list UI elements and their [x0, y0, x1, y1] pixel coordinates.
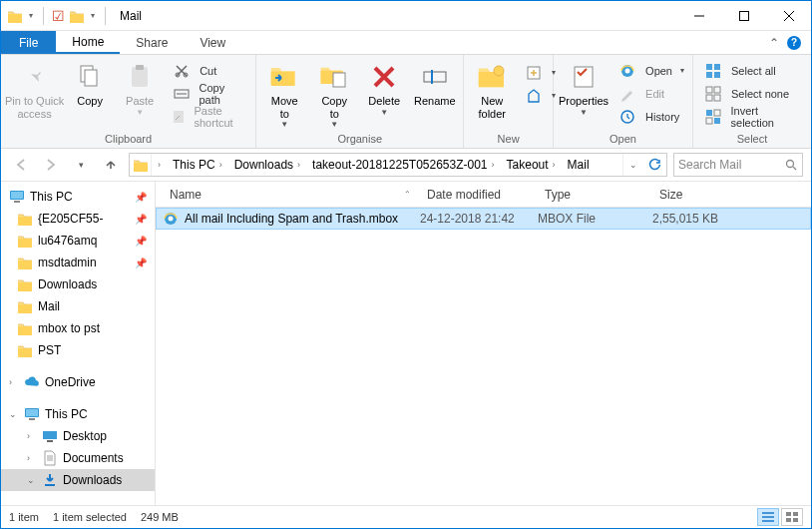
properties-qat-icon[interactable]: ☑	[52, 9, 65, 23]
select-all-button[interactable]: Select all	[697, 61, 807, 81]
view-details-button[interactable]	[757, 508, 779, 526]
copy-path-button[interactable]: Copy path	[166, 84, 251, 104]
crumb-mail[interactable]: Mail	[562, 154, 596, 176]
properties-button[interactable]: Properties ▼	[558, 57, 609, 119]
collapse-icon[interactable]: ⌄	[9, 409, 19, 419]
cut-button[interactable]: Cut	[166, 61, 251, 81]
group-clipboard: Pin to Quick access Copy Paste ▼ Cut	[1, 55, 256, 148]
home-tab[interactable]: Home	[56, 31, 120, 54]
view-large-icons-button[interactable]	[781, 508, 803, 526]
qat-customize-caret-icon[interactable]: ▾	[89, 11, 97, 20]
history-button[interactable]: History	[611, 107, 688, 127]
sort-asc-icon: ⌃	[404, 190, 411, 199]
tree-downloads-selected[interactable]: ⌄ Downloads	[1, 469, 155, 491]
file-rows[interactable]: All mail Including Spam and Trash.mbox24…	[156, 208, 811, 505]
search-icon	[785, 159, 797, 171]
copy-to-icon	[318, 61, 350, 93]
new-folder-button[interactable]: New folder	[468, 57, 516, 122]
file-name: All mail Including Spam and Trash.mbox	[185, 212, 398, 226]
tree-item[interactable]: msdtadmin📌	[1, 252, 155, 273]
nav-back-button[interactable]	[9, 153, 33, 177]
crumb-takeout-zip[interactable]: takeout-20181225T052653Z-001›	[306, 154, 500, 176]
file-tab[interactable]: File	[1, 31, 56, 54]
close-button[interactable]	[766, 1, 811, 30]
pin-to-quick-access-button[interactable]: Pin to Quick access	[5, 57, 64, 122]
status-selected-size: 249 MB	[141, 511, 179, 523]
monitor-icon	[24, 406, 40, 422]
column-type[interactable]: Type	[537, 188, 651, 202]
window-controls	[676, 1, 811, 30]
folder-icon	[17, 320, 33, 336]
group-label-open: Open	[558, 131, 688, 148]
collapse-icon[interactable]: ⌄	[27, 475, 37, 485]
delete-button[interactable]: Delete ▼	[360, 57, 408, 119]
tree-desktop[interactable]: › Desktop	[1, 425, 155, 447]
nav-recent-button[interactable]: ▾	[69, 153, 93, 177]
svg-rect-29	[714, 95, 720, 101]
svg-rect-16	[333, 73, 345, 87]
svg-rect-28	[706, 95, 712, 101]
open-button[interactable]: Open▾	[611, 61, 688, 81]
expand-icon[interactable]: ›	[27, 431, 37, 441]
tree-item[interactable]: {E205CF55-📌	[1, 208, 155, 230]
svg-rect-23	[714, 64, 720, 70]
expand-icon[interactable]: ›	[9, 377, 19, 387]
select-none-button[interactable]: Select none	[697, 84, 807, 104]
svg-rect-25	[714, 72, 720, 78]
crumb-this-pc[interactable]: This PC›	[167, 154, 228, 176]
tree-documents[interactable]: › Documents	[1, 447, 155, 469]
help-icon[interactable]: ?	[787, 36, 801, 50]
tree-item[interactable]: mbox to pst	[1, 317, 155, 339]
breadcrumb-dropdown-button[interactable]: ⌄	[622, 154, 642, 176]
minimize-button[interactable]	[676, 1, 721, 30]
group-label-organise: Organise	[260, 131, 459, 148]
qat-divider	[43, 7, 44, 25]
content-split: This PC 📌 {E205CF55-📌lu6476amq📌msdtadmin…	[1, 182, 811, 505]
pin-icon: 📌	[135, 258, 147, 268]
column-date[interactable]: Date modified	[419, 188, 537, 202]
view-tab[interactable]: View	[184, 31, 241, 54]
copy-to-button[interactable]: Copy to ▼	[310, 57, 358, 131]
crumb-takeout[interactable]: Takeout›	[501, 154, 562, 176]
tree-this-pc[interactable]: ⌄ This PC	[1, 403, 155, 425]
tree-item[interactable]: PST	[1, 339, 155, 361]
nav-forward-button[interactable]	[39, 153, 63, 177]
breadcrumb[interactable]: › This PC› Downloads› takeout-20181225T0…	[129, 153, 667, 177]
crumb-sep-root[interactable]: ›	[152, 154, 167, 176]
tree-item[interactable]: Mail	[1, 295, 155, 317]
move-to-button[interactable]: Move to ▼	[260, 57, 308, 131]
invert-selection-button[interactable]: Invert selection	[697, 107, 807, 127]
column-size[interactable]: Size	[651, 188, 811, 202]
tree-onedrive[interactable]: › OneDrive	[1, 371, 155, 393]
new-folder-qat-icon[interactable]	[69, 9, 85, 23]
expand-icon[interactable]: ›	[27, 453, 37, 463]
svg-rect-24	[706, 72, 712, 78]
share-tab[interactable]: Share	[120, 31, 184, 54]
select-all-icon	[701, 59, 725, 83]
svg-rect-27	[714, 87, 720, 93]
rename-button[interactable]: Rename	[410, 57, 459, 110]
ribbon: Pin to Quick access Copy Paste ▼ Cut	[1, 55, 811, 149]
navigation-tree[interactable]: This PC 📌 {E205CF55-📌lu6476amq📌msdtadmin…	[1, 182, 156, 505]
file-row[interactable]: All mail Including Spam and Trash.mbox24…	[156, 208, 811, 230]
column-name[interactable]: Name ⌃	[162, 188, 419, 202]
search-input[interactable]: Search Mail	[673, 153, 803, 177]
qat-menu-caret-icon[interactable]: ▾	[27, 11, 35, 20]
paste-shortcut-button[interactable]: Paste shortcut	[166, 107, 251, 127]
crumb-downloads[interactable]: Downloads›	[228, 154, 306, 176]
breadcrumb-location-icon[interactable]	[130, 154, 152, 176]
tree-item[interactable]: Downloads	[1, 273, 155, 295]
edit-button[interactable]: Edit	[611, 84, 688, 104]
folder-icon	[17, 298, 33, 314]
monitor-icon	[9, 189, 25, 205]
refresh-button[interactable]	[642, 154, 666, 176]
maximize-button[interactable]	[721, 1, 766, 30]
tree-this-pc-quick[interactable]: This PC 📌	[1, 186, 155, 208]
paste-button[interactable]: Paste ▼	[116, 57, 164, 119]
tree-item[interactable]: lu6476amq📌	[1, 230, 155, 252]
properties-icon	[568, 61, 600, 93]
collapse-ribbon-icon[interactable]: ⌃	[769, 36, 779, 50]
svg-point-18	[494, 66, 504, 76]
copy-button[interactable]: Copy	[66, 57, 114, 110]
nav-up-button[interactable]	[99, 153, 123, 177]
